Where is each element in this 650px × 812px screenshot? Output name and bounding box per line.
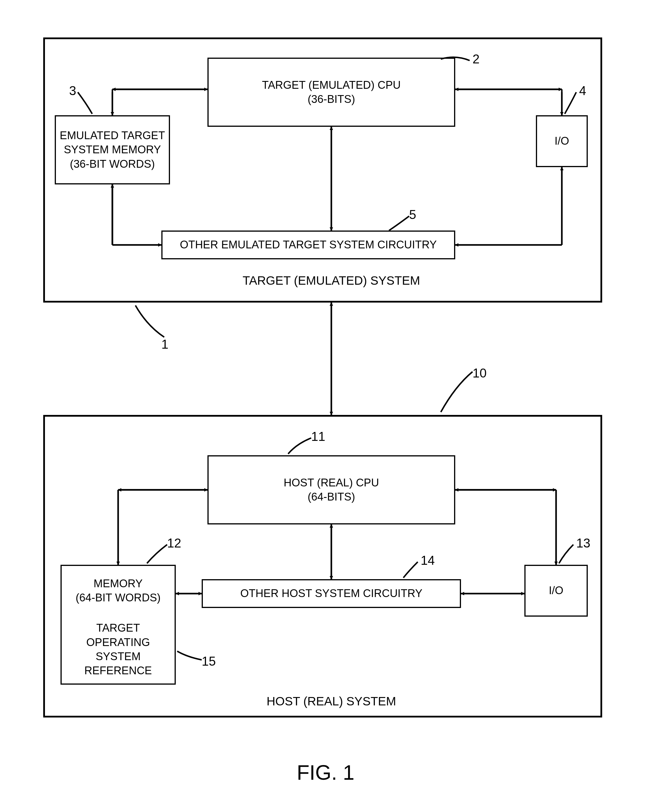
ref-13: 13 xyxy=(576,536,590,550)
target-osref-line4: REFERENCE xyxy=(84,664,152,678)
target-memory-line3: (36-BIT WORDS) xyxy=(70,157,155,171)
target-osref-box: TARGET OPERATING SYSTEM REFERENCE xyxy=(61,615,176,685)
ref-3: 3 xyxy=(69,84,76,98)
ref-4: 4 xyxy=(579,84,586,98)
host-io-box: I/O xyxy=(524,565,588,617)
host-memory-line1: MEMORY xyxy=(94,577,143,591)
target-cpu-line2: (36-BITS) xyxy=(308,92,355,106)
ref-10: 10 xyxy=(473,366,487,380)
ref-11: 11 xyxy=(311,429,325,444)
target-system-title: TARGET (EMULATED) SYSTEM xyxy=(208,274,455,288)
host-memory-line2: (64-BIT WORDS) xyxy=(76,591,161,605)
ref-2: 2 xyxy=(473,52,479,66)
target-other-box: OTHER EMULATED TARGET SYSTEM CIRCUITRY xyxy=(161,230,455,259)
host-memory-box: MEMORY (64-BIT WORDS) xyxy=(61,565,176,617)
figure-label: FIG. 1 xyxy=(276,761,375,785)
ref-1: 1 xyxy=(161,337,168,351)
target-cpu-line1: TARGET (EMULATED) CPU xyxy=(262,78,400,92)
target-cpu-box: TARGET (EMULATED) CPU (36-BITS) xyxy=(208,58,455,127)
target-osref-line3: SYSTEM xyxy=(96,649,140,664)
host-system-title: HOST (REAL) SYSTEM xyxy=(208,694,455,708)
target-osref-line2: OPERATING xyxy=(87,635,150,649)
target-memory-box: EMULATED TARGET SYSTEM MEMORY (36-BIT WO… xyxy=(55,115,170,185)
target-io-label: I/O xyxy=(555,134,569,148)
target-io-box: I/O xyxy=(536,115,588,167)
host-cpu-box: HOST (REAL) CPU (64-BITS) xyxy=(208,455,455,524)
ref-12: 12 xyxy=(167,536,181,550)
host-io-label: I/O xyxy=(549,583,563,598)
target-memory-line1: EMULATED TARGET xyxy=(60,128,165,143)
host-other-label: OTHER HOST SYSTEM CIRCUITRY xyxy=(240,586,423,600)
target-other-label: OTHER EMULATED TARGET SYSTEM CIRCUITRY xyxy=(180,238,437,252)
host-cpu-line2: (64-BITS) xyxy=(308,490,355,504)
target-osref-line1: TARGET xyxy=(96,621,140,635)
target-memory-line2: SYSTEM MEMORY xyxy=(64,143,161,157)
host-other-box: OTHER HOST SYSTEM CIRCUITRY xyxy=(202,579,461,608)
ref-15: 15 xyxy=(202,654,216,669)
ref-5: 5 xyxy=(409,208,416,222)
ref-14: 14 xyxy=(421,553,435,568)
host-cpu-line1: HOST (REAL) CPU xyxy=(284,476,379,490)
